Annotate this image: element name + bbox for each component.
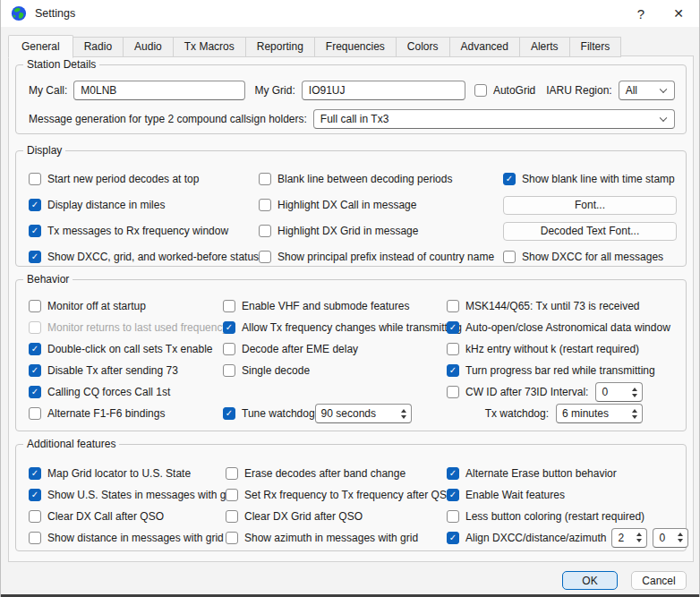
checkbox-icon [259, 199, 271, 211]
display-group: Display Start new period decodes at top … [15, 150, 687, 267]
cw-id-row: CW ID after 73 ID Interval: 0 [447, 382, 643, 402]
checkbox-icon [447, 510, 459, 523]
checkbox-icon [447, 532, 459, 544]
checkbox-icon [29, 199, 41, 211]
message-generation-label: Message generation for type 2 compound c… [29, 113, 307, 125]
checkbox-icon [503, 251, 516, 263]
checkbox-highlight-dx-call[interactable]: Highlight DX Call in message [259, 199, 503, 211]
checkbox-set-rx-to-tx-after-qso[interactable]: Set Rx frequency to Tx frequency after Q… [226, 489, 447, 501]
tab-radio[interactable]: Radio [73, 37, 124, 57]
spinner-arrows-icon[interactable] [627, 383, 642, 401]
close-icon[interactable]: ✕ [663, 0, 694, 27]
checkbox-clear-dx-call-qso[interactable]: Clear DX Call after QSO [29, 510, 226, 523]
checkbox-alternate-f1-f6[interactable]: Alternate F1-F6 bindings [29, 407, 223, 420]
spinner-arrows-icon[interactable] [627, 405, 642, 422]
checkbox-show-us-states-grid[interactable]: Show U.S. States in messages with grid [29, 489, 226, 501]
checkbox-icon [29, 321, 41, 334]
checkbox-khz-entry-without-k[interactable]: kHz entry without k (restart required) [447, 343, 677, 355]
checkbox-calling-cq-call-1st[interactable]: Calling CQ forces Call 1st [29, 386, 223, 398]
tab-frequencies[interactable]: Frequencies [314, 37, 397, 57]
checkbox-single-decode[interactable]: Single decode [223, 364, 447, 377]
title-bar: Settings ? ✕ [1, 0, 699, 27]
my-call-input[interactable]: M0LNB [73, 81, 245, 100]
checkbox-blank-line-between-periods[interactable]: Blank line between decoding periods [259, 173, 503, 185]
checkbox-icon [29, 407, 41, 420]
tx-watchdog-row: Tx watchdog: 6 minutes [447, 404, 643, 423]
checkbox-highlight-dx-grid[interactable]: Highlight DX Grid in message [259, 225, 503, 237]
tab-colors[interactable]: Colors [396, 37, 450, 57]
tab-advanced[interactable]: Advanced [449, 37, 520, 57]
id-interval-label: ID Interval: [536, 386, 588, 398]
checkbox-principal-prefix[interactable]: Show principal prefix instead of country… [259, 251, 503, 263]
checkbox-auto-open-astronomical[interactable]: Auto-open/close Astronomical data window [447, 321, 677, 334]
checkbox-start-new-period-decodes[interactable]: Start new period decodes at top [29, 173, 259, 185]
checkbox-double-click-tx-enable[interactable]: Double-click on call sets Tx enable [29, 343, 223, 355]
checkbox-show-distance-messages[interactable]: Show distance in messages with grid [29, 532, 226, 544]
checkbox-icon [223, 407, 235, 420]
checkbox-icon [29, 489, 41, 501]
checkbox-icon [223, 300, 235, 312]
checkbox-alternate-erase-button[interactable]: Alternate Erase button behavior [447, 467, 688, 480]
checkbox-show-dxcc-grid-worked[interactable]: Show DXCC, grid, and worked-before statu… [29, 251, 259, 263]
tab-tx-macros[interactable]: Tx Macros [173, 37, 246, 57]
autogrid-checkbox[interactable]: AutoGrid [474, 84, 535, 97]
tab-filters[interactable]: Filters [569, 37, 622, 57]
spinner-arrows-icon[interactable] [673, 529, 687, 547]
checkbox-allow-tx-freq-changes[interactable]: Allow Tx frequency changes while transmi… [223, 321, 447, 334]
tab-alerts[interactable]: Alerts [519, 37, 570, 57]
tab-bar: General Radio Audio Tx Macros Reporting … [8, 35, 621, 57]
checkbox-clear-dx-grid-qso[interactable]: Clear DX Grid after QSO [226, 510, 447, 523]
align-spinner-1[interactable]: 2 [611, 528, 647, 548]
checkbox-align-dxcc-distance-azimuth[interactable]: Align DXCC/distance/azimuth [447, 532, 606, 544]
checkbox-show-blank-line-timestamp[interactable]: Show blank line with time stamp [503, 173, 677, 185]
checkbox-show-azimuth-messages[interactable]: Show azimuth in messages with grid [226, 532, 447, 544]
checkbox-erase-decodes-band-change[interactable]: Erase decodes after band change [226, 467, 447, 480]
checkbox-enable-vhf[interactable]: Enable VHF and submode features [223, 300, 447, 312]
additional-features-group: Additional features Map Grid locator to … [15, 444, 687, 551]
help-button[interactable]: ? [626, 0, 656, 27]
tab-general[interactable]: General [8, 35, 73, 58]
spinner-arrows-icon[interactable] [397, 405, 411, 422]
checkbox-disable-tx-after-73[interactable]: Disable Tx after sending 73 [29, 364, 223, 377]
display-grid: Start new period decodes at top Blank li… [29, 170, 677, 266]
checkbox-icon [447, 321, 459, 334]
checkbox-tune-watchdog[interactable]: Tune watchdog [223, 407, 315, 420]
checkbox-msk144-tx-until-73[interactable]: MSK144/Q65: Tx until 73 is received [447, 300, 677, 312]
message-generation-select[interactable]: Full call in Tx3 [313, 109, 675, 129]
spinner-arrows-icon[interactable] [632, 529, 646, 547]
font-button[interactable]: Font... [503, 196, 677, 215]
decoded-text-font-button[interactable]: Decoded Text Font... [503, 222, 677, 241]
checkbox-display-distance-miles[interactable]: Display distance in miles [29, 199, 259, 211]
checkbox-progress-bar-red[interactable]: Turn progress bar red while transmitting [447, 364, 677, 377]
iaru-region-select[interactable]: All [619, 81, 675, 100]
checkbox-show-dxcc-all-messages[interactable]: Show DXCC for all messages [503, 251, 677, 263]
checkbox-icon [226, 489, 238, 501]
checkbox-icon [223, 364, 235, 377]
cancel-button[interactable]: Cancel [631, 571, 687, 590]
checkbox-icon [259, 225, 271, 237]
checkbox-icon [447, 386, 459, 398]
checkbox-monitor-returns-frequency[interactable]: Monitor returns to last used frequency [29, 321, 223, 334]
additional-features-legend: Additional features [23, 438, 119, 450]
checkbox-decode-after-eme[interactable]: Decode after EME delay [223, 343, 447, 355]
my-grid-input[interactable]: IO91UJ [302, 81, 465, 100]
align-spinner-2[interactable]: 0 [653, 528, 688, 548]
checkbox-icon [29, 364, 41, 377]
ok-button[interactable]: OK [562, 571, 618, 590]
checkbox-monitor-off-startup[interactable]: Monitor off at startup [29, 300, 223, 312]
id-interval-spinner[interactable]: 0 [595, 382, 643, 402]
tab-audio[interactable]: Audio [123, 37, 174, 57]
checkbox-map-grid-us-state[interactable]: Map Grid locator to U.S. State [29, 467, 226, 480]
checkbox-icon [447, 489, 459, 501]
my-call-label: My Call: [29, 84, 67, 97]
tx-watchdog-spinner[interactable]: 6 minutes [556, 404, 643, 423]
checkbox-enable-wait-features[interactable]: Enable Wait features [447, 489, 688, 501]
behavior-group: Behavior Monitor off at startup Enable V… [15, 279, 687, 431]
checkbox-tx-messages-rx-window[interactable]: Tx messages to Rx frequency window [29, 225, 259, 237]
checkbox-cw-id-after-73[interactable]: CW ID after 73 [447, 386, 536, 398]
tune-watchdog-spinner[interactable]: 90 seconds [315, 404, 412, 423]
checkbox-less-button-coloring[interactable]: Less button coloring (restart required) [447, 510, 688, 523]
checkbox-icon [29, 251, 41, 263]
checkbox-icon [29, 343, 41, 355]
tab-reporting[interactable]: Reporting [245, 37, 315, 57]
